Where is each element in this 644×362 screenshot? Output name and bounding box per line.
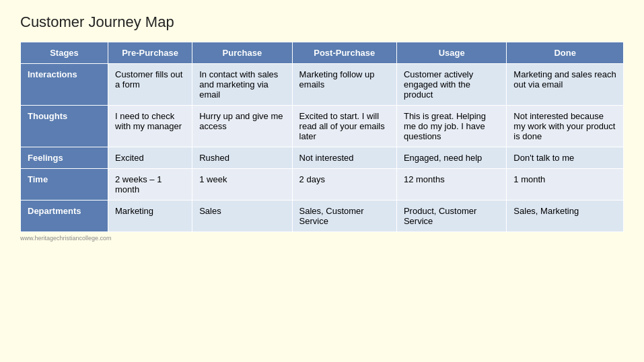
cell-3-2: 2 days (292, 169, 396, 201)
cell-0-4: Marketing and sales reach out via email (507, 64, 624, 106)
header-pre-purchase: Pre-Purchase (108, 42, 192, 64)
cell-0-2: Marketing follow up emails (292, 64, 396, 106)
header-done: Done (507, 42, 624, 64)
cell-2-3: Engaged, need help (396, 147, 506, 169)
cell-1-2: Excited to start. I will read all of you… (292, 106, 396, 147)
cell-0-3: Customer actively engaged with the produ… (396, 64, 506, 106)
cell-1-0: I need to check with my manager (108, 106, 192, 147)
cell-4-4: Sales, Marketing (507, 201, 624, 232)
row-label-departments: Departments (21, 201, 108, 232)
table-row: InteractionsCustomer fills out a formIn … (21, 64, 624, 106)
row-label-thoughts: Thoughts (21, 106, 108, 147)
row-label-time: Time (21, 169, 108, 201)
cell-4-0: Marketing (108, 201, 192, 232)
table-row: DepartmentsMarketingSalesSales, Customer… (21, 201, 624, 232)
table-row: FeelingsExcitedRushedNot interestedEngag… (21, 147, 624, 169)
cell-2-2: Not interested (292, 147, 396, 169)
cell-3-3: 12 months (396, 169, 506, 201)
customer-journey-table: StagesPre-PurchasePurchasePost-PurchaseU… (20, 42, 624, 232)
cell-3-0: 2 weeks – 1 month (108, 169, 192, 201)
cell-4-1: Sales (192, 201, 292, 232)
cell-1-1: Hurry up and give me access (192, 106, 292, 147)
header-usage: Usage (396, 42, 506, 64)
cell-4-3: Product, Customer Service (396, 201, 506, 232)
header-purchase: Purchase (192, 42, 292, 64)
table-row: ThoughtsI need to check with my managerH… (21, 106, 624, 147)
row-label-feelings: Feelings (21, 147, 108, 169)
cell-0-1: In contact with sales and marketing via … (192, 64, 292, 106)
cell-2-4: Don't talk to me (507, 147, 624, 169)
cell-1-3: This is great. Helping me do my job. I h… (396, 106, 506, 147)
page-title: Customer Journey Map (20, 13, 624, 31)
cell-2-0: Excited (108, 147, 192, 169)
stages-header: Stages (21, 42, 108, 64)
row-label-interactions: Interactions (21, 64, 108, 106)
header-post-purchase: Post-Purchase (292, 42, 396, 64)
cell-0-0: Customer fills out a form (108, 64, 192, 106)
cell-2-1: Rushed (192, 147, 292, 169)
cell-3-4: 1 month (507, 169, 624, 201)
cell-1-4: Not interested because my work with your… (507, 106, 624, 147)
cell-3-1: 1 week (192, 169, 292, 201)
table-row: Time2 weeks – 1 month1 week2 days12 mont… (21, 169, 624, 201)
watermark: www.heritagechristiancollege.com (20, 235, 624, 242)
cell-4-2: Sales, Customer Service (292, 201, 396, 232)
